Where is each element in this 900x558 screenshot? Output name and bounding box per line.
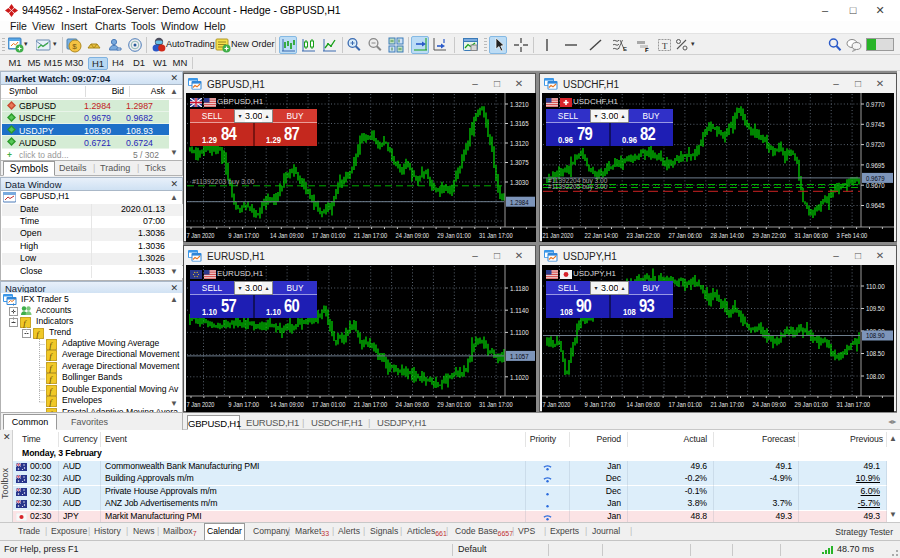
svg-text:24 Jan 09:00: 24 Jan 09:00: [396, 400, 430, 409]
svg-text:1.3030: 1.3030: [510, 178, 529, 187]
svg-text:9 Jan 17:00: 9 Jan 17:00: [228, 400, 259, 409]
svg-text:0.9745: 0.9745: [866, 120, 885, 129]
svg-text:24 Jan 09:00: 24 Jan 09:00: [753, 400, 787, 409]
svg-text:23 Jan 22:00: 23 Jan 22:00: [627, 231, 661, 240]
svg-text:109.50: 109.50: [866, 304, 885, 313]
svg-text:1.2984: 1.2984: [510, 198, 529, 207]
svg-text:E: E: [623, 46, 627, 52]
svg-text:110.00: 110.00: [866, 282, 885, 291]
svg-text:0.9695: 0.9695: [866, 161, 885, 170]
svg-text:14 Jan 09:00: 14 Jan 09:00: [270, 231, 304, 240]
svg-text:21 Jan 17:00: 21 Jan 17:00: [354, 231, 388, 240]
svg-text:28 Jan 14:00: 28 Jan 14:00: [711, 231, 745, 240]
svg-text:24 Jan 09:00: 24 Jan 09:00: [396, 231, 430, 240]
svg-text:1.1100: 1.1100: [510, 328, 529, 337]
svg-text:21 Jan 2020: 21 Jan 2020: [543, 231, 574, 240]
svg-text:9 Jan 17:00: 9 Jan 17:00: [585, 400, 616, 409]
svg-text:1.3210: 1.3210: [510, 100, 529, 109]
svg-text:27 Jan 06:00: 27 Jan 06:00: [669, 231, 703, 240]
svg-text:22 Jan 14:00: 22 Jan 14:00: [585, 231, 619, 240]
svg-text:108.50: 108.50: [866, 349, 885, 358]
svg-text:108.00: 108.00: [866, 372, 885, 381]
svg-text:29 Jan 01:00: 29 Jan 01:00: [437, 400, 471, 409]
svg-text:29 Jan 01:00: 29 Jan 01:00: [437, 231, 471, 240]
svg-text:14 Jan 09:00: 14 Jan 09:00: [627, 400, 661, 409]
svg-text:1.3120: 1.3120: [510, 139, 529, 148]
svg-text:3 Feb 14:00: 3 Feb 14:00: [837, 231, 868, 240]
svg-text:31 Jan 17:00: 31 Jan 17:00: [479, 231, 513, 240]
svg-text:#11392205 buy 3.00: #11392205 buy 3.00: [548, 183, 607, 191]
svg-text:17 Jan 01:00: 17 Jan 01:00: [312, 400, 346, 409]
svg-text:31 Jan 06:00: 31 Jan 06:00: [795, 231, 829, 240]
svg-text:T: T: [662, 41, 668, 51]
svg-text:$: $: [72, 42, 77, 51]
svg-text:0.9679: 0.9679: [866, 174, 885, 183]
svg-text:17 Jan 01:00: 17 Jan 01:00: [312, 231, 346, 240]
svg-text:31 Jan 17:00: 31 Jan 17:00: [479, 400, 513, 409]
svg-text:0.9720: 0.9720: [866, 140, 885, 149]
svg-text:21 Jan 17:00: 21 Jan 17:00: [354, 400, 388, 409]
svg-text:1.3165: 1.3165: [510, 119, 529, 128]
svg-text:7 Jan 2020: 7 Jan 2020: [187, 231, 215, 240]
svg-text:7 Jan 2020: 7 Jan 2020: [543, 400, 571, 409]
svg-text:1.3075: 1.3075: [510, 158, 529, 167]
svg-text:F: F: [645, 47, 649, 53]
svg-text:29 Jan 22:00: 29 Jan 22:00: [753, 231, 787, 240]
svg-text:17 Jan 01:00: 17 Jan 01:00: [669, 400, 703, 409]
svg-text:31 Jan 17:00: 31 Jan 17:00: [837, 400, 871, 409]
svg-text:9 Jan 17:00: 9 Jan 17:00: [228, 231, 259, 240]
svg-text:14 Jan 09:00: 14 Jan 09:00: [270, 400, 304, 409]
svg-text:1.1020: 1.1020: [510, 373, 529, 382]
svg-text:108.90: 108.90: [866, 331, 885, 340]
svg-text:1.1057: 1.1057: [510, 352, 529, 361]
svg-text:1.1140: 1.1140: [510, 306, 529, 315]
svg-text:0.9770: 0.9770: [866, 100, 885, 109]
svg-text:21 Jan 17:00: 21 Jan 17:00: [711, 400, 745, 409]
svg-text:7 Jan 2020: 7 Jan 2020: [187, 400, 215, 409]
svg-text:29 Jan 01:00: 29 Jan 01:00: [795, 400, 829, 409]
svg-text:1.1180: 1.1180: [510, 284, 529, 293]
svg-text:0.9645: 0.9645: [866, 201, 885, 210]
svg-text:#11392203 buy 3.00: #11392203 buy 3.00: [192, 178, 255, 186]
